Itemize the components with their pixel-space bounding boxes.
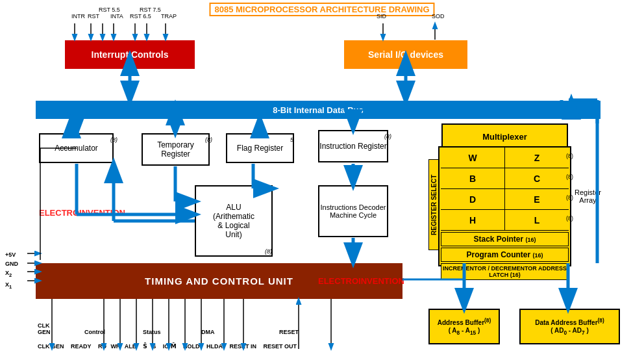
program-counter-label: Program Counter (16) [441, 248, 569, 262]
inta-label: INTA [110, 13, 123, 19]
s-bottom: S [152, 343, 156, 350]
interrupt-controls-box: Interrupt Controls [65, 40, 195, 69]
dma-label: DMA [201, 329, 215, 335]
w-cell: W [441, 148, 505, 168]
instructions-decoder-box: Instructions Decoder Machine Cycle [318, 185, 388, 237]
incr-decr-label: INCREMENTOR / DECREMENTOR ADDRESS LATCH … [441, 263, 569, 280]
instruction-register-box: Instruction Register [318, 130, 388, 162]
temp-register-box: Temporary Register [142, 133, 210, 166]
power-labels: +5V GND X2 X1 [5, 250, 18, 292]
multiplexer-box: Multiplexer [441, 123, 568, 149]
l-cell: L [505, 210, 569, 230]
wz-num: (8) [566, 153, 573, 159]
hl-row: H L [441, 210, 569, 231]
bc-num: (8) [566, 174, 573, 180]
interrupt-controls-label: Interrupt Controls [92, 49, 169, 60]
hl-num: (8) [566, 215, 573, 222]
d-cell: D [441, 189, 505, 209]
flag-register-label: Flag Register [237, 144, 283, 153]
serial-io-box: Serial I/O devices [344, 40, 467, 69]
clk-gen-top: CLKGEN [38, 322, 51, 335]
temp-register-label: Temporary Register [143, 140, 208, 159]
trap-label: TRAP [161, 13, 177, 19]
bc-row: B C [441, 168, 569, 189]
temp-num: (8) [205, 136, 212, 143]
ready-bottom: READY [71, 343, 92, 350]
rst55-label: RST 5.5 [99, 6, 120, 13]
clk-gen-bottom: CLK GEN [38, 343, 64, 350]
data-bus-label: 8-Bit Internal Data Bus [273, 105, 363, 115]
flag-register-box: Flag Register [226, 133, 294, 163]
acc-num: (8) [110, 136, 118, 143]
watermark-right: ELECTROINVENTION [318, 276, 404, 286]
diagram: 8085 MICROPROCESSOR ARCHITECTURE DRAWING… [0, 0, 644, 360]
page-title: 8085 MICROPROCESSOR ARCHITECTURE DRAWING [209, 3, 434, 16]
wr-bottom: WR [110, 343, 120, 350]
instruction-register-label: Instruction Register [319, 142, 386, 151]
register-array-box: W Z B C D E H L Stack Pointer (16) Progr… [438, 146, 571, 266]
rst65-label: RST 6.5 [130, 13, 151, 19]
rst75-label: RST 7.5 [140, 6, 161, 13]
data-address-buffer-box: Data Address Buffer(8) ( AD0 - AD7 ) [519, 309, 620, 344]
rst-label: RST [88, 13, 99, 19]
status-label: Status [143, 329, 161, 335]
reset-label: RESET [279, 329, 299, 335]
serial-io-label: Serial I/O devices [368, 49, 443, 60]
z-cell: Z [505, 148, 569, 168]
hold-bottom: HOLD [183, 343, 200, 350]
alu-num: (8) [265, 248, 272, 255]
data-address-buffer-label: Data Address Buffer(8) [535, 317, 604, 326]
instructions-decoder-label: Instructions Decoder Machine Cycle [319, 203, 387, 219]
accumulator-label: Accumulator [55, 144, 98, 153]
register-array-text: RegisterArray [575, 188, 601, 204]
rd-bottom: RD [98, 343, 106, 350]
instr-num: (8) [384, 133, 391, 140]
b-cell: B [441, 168, 505, 188]
multiplexer-label: Multiplexer [482, 132, 527, 142]
alu-box: ALU (Arithematic & Logical Unit) [195, 185, 273, 257]
de-num: (8) [566, 194, 573, 201]
data-bus: 8-Bit Internal Data Bus [36, 101, 601, 119]
bottom-signals-row: CLK GEN READY RD WR ALE S̄ S IO/M̄ HOLD … [38, 339, 297, 351]
de-row: D E [441, 189, 569, 210]
accumulator-box: Accumulator [39, 133, 114, 163]
h-cell: H [441, 210, 505, 230]
ale-bottom: ALE [125, 343, 136, 350]
alu-label: ALU (Arithematic & Logical Unit) [213, 203, 254, 239]
watermark-left: ELECTROINVENTION [39, 208, 125, 218]
address-buffer-range: ( A8 - A15 ) [449, 327, 480, 336]
wz-row: W Z [441, 148, 569, 168]
stack-pointer-label: Stack Pointer (16) [441, 232, 569, 246]
address-buffer-box: Address Buffer(8) ( A8 - A15 ) [428, 309, 500, 344]
address-buffer-label: Address Buffer(8) [438, 317, 491, 326]
io-m-bottom: IO/M̄ [163, 343, 177, 350]
reset-in-bottom: RESET IN [230, 343, 257, 350]
reset-out-bottom: RESET OUT [263, 343, 297, 350]
data-address-buffer-range: ( AD0 - AD7 ) [551, 327, 589, 336]
c-cell: C [505, 168, 569, 188]
flag-num: 5 [290, 136, 293, 143]
intr-label: INTR [71, 13, 85, 19]
s-bar-bottom: S̄ [143, 343, 147, 350]
sod-label: SOD [432, 13, 445, 19]
timing-control-label: TIMING AND CONTROL UNIT [145, 276, 293, 287]
sid-label: SID [377, 13, 386, 19]
control-label: Control [84, 329, 105, 335]
hlda-bottom: HLDA [206, 343, 223, 350]
e-cell: E [505, 189, 569, 209]
